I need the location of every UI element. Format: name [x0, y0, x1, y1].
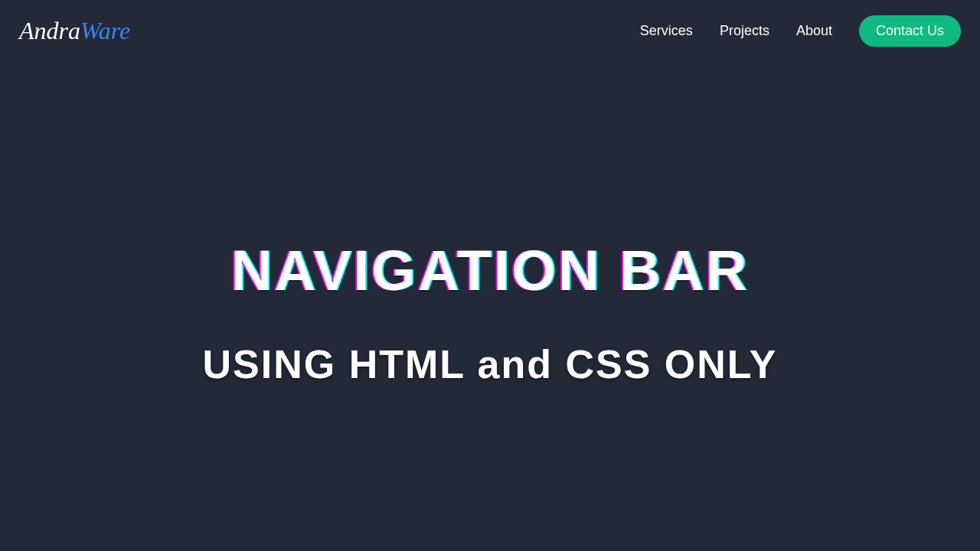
hero-section: NAVIGATION BAR USING HTML and CSS ONLY	[0, 238, 980, 387]
logo-text-first: Andra	[19, 17, 80, 44]
nav-link-services[interactable]: Services	[640, 23, 693, 39]
hero-title: NAVIGATION BAR	[231, 238, 749, 303]
nav-link-about[interactable]: About	[796, 23, 832, 39]
logo[interactable]: AndraWare	[19, 17, 130, 45]
nav-link-projects[interactable]: Projects	[720, 23, 769, 39]
hero-subtitle: USING HTML and CSS ONLY	[203, 341, 778, 387]
logo-text-second: Ware	[80, 17, 130, 44]
contact-us-button[interactable]: Contact Us	[859, 15, 961, 47]
nav-links: Services Projects About Contact Us	[640, 15, 961, 47]
navbar: AndraWare Services Projects About Contac…	[0, 0, 980, 62]
